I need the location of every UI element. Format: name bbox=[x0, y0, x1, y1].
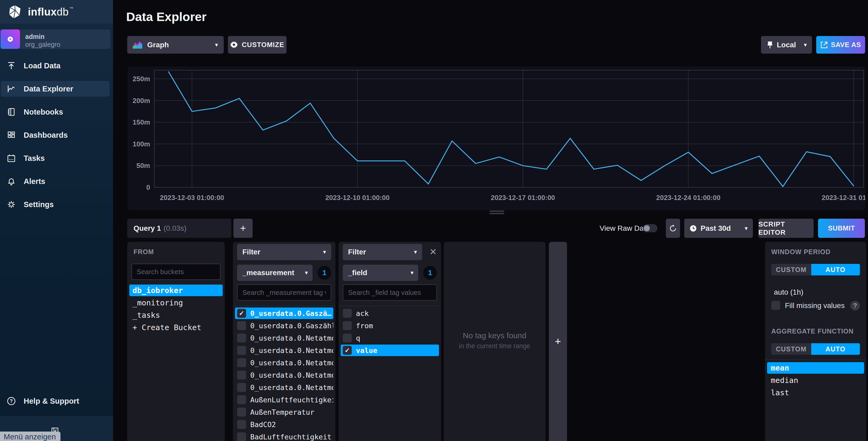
tag-value-label: 0_userdata.0.Netatmo.… bbox=[250, 334, 333, 342]
field-value-row[interactable]: from bbox=[341, 320, 439, 332]
measurement-value-row[interactable]: 0_userdata.0.Netatmo.… bbox=[235, 357, 333, 369]
sidebar-item-label: Settings bbox=[24, 200, 54, 209]
checkbox[interactable] bbox=[237, 432, 246, 441]
help-tooltip-icon[interactable]: ? bbox=[850, 301, 860, 310]
sidebar-item-label: Dashboards bbox=[24, 131, 68, 139]
field-value-row[interactable]: ✓value bbox=[341, 345, 439, 356]
checkbox[interactable] bbox=[237, 358, 246, 367]
custom-tab[interactable]: CUSTOM bbox=[771, 343, 811, 355]
checkbox[interactable] bbox=[343, 309, 352, 318]
checkbox[interactable] bbox=[237, 383, 246, 392]
tag-key-dropdown-field[interactable]: _field ▾ bbox=[343, 265, 418, 281]
aggregate-function-row[interactable]: median bbox=[767, 375, 864, 386]
view-raw-data-toggle[interactable] bbox=[643, 224, 657, 232]
filter-type-dropdown[interactable]: Filter ▾ bbox=[237, 244, 331, 260]
tag-value-label: ack bbox=[356, 309, 369, 317]
nav-highlight bbox=[1, 150, 110, 166]
measurement-value-row[interactable]: ✓0_userdata.0.Gaszä… bbox=[235, 308, 333, 319]
sidebar-item-tasks[interactable]: Tasks bbox=[0, 147, 113, 170]
bucket-list-item[interactable]: + Create Bucket bbox=[129, 322, 223, 333]
measurement-value-row[interactable]: 0_userdata.0.Netatmo.… bbox=[235, 369, 333, 381]
checkbox[interactable] bbox=[237, 420, 246, 429]
time-range-dropdown[interactable]: Past 30d ▾ bbox=[684, 219, 753, 238]
from-bucket-card: FROM db_iobroker_monitoring_tasks+ Creat… bbox=[127, 242, 225, 441]
checkbox[interactable] bbox=[237, 371, 246, 379]
svg-text:150m: 150m bbox=[133, 118, 150, 126]
visualization-type-dropdown[interactable]: Graph ▾ bbox=[127, 36, 224, 54]
sidebar-item-settings[interactable]: Settings bbox=[0, 193, 113, 216]
chevron-down-icon: ▾ bbox=[804, 41, 807, 49]
bucket-list-item[interactable]: db_iobroker bbox=[129, 285, 223, 296]
tag-value-label: AußenTemperatur bbox=[250, 408, 314, 416]
close-icon[interactable]: ✕ bbox=[430, 247, 437, 257]
filter-type-dropdown[interactable]: Filter ▾ bbox=[343, 244, 422, 260]
measurement-value-row[interactable]: BadCO2 bbox=[235, 419, 333, 430]
trademark: ™ bbox=[69, 6, 73, 10]
chevron-down-icon: ▾ bbox=[745, 225, 748, 232]
checkbox[interactable] bbox=[237, 321, 246, 330]
chevron-down-icon: ▾ bbox=[215, 41, 218, 49]
sidebar-item-load-data[interactable]: Load Data bbox=[0, 54, 113, 77]
bucket-name: _tasks bbox=[132, 311, 160, 320]
checkbox[interactable] bbox=[237, 346, 246, 355]
fill-missing-values-checkbox[interactable] bbox=[771, 301, 780, 310]
checkbox-checked[interactable]: ✓ bbox=[237, 309, 246, 318]
measurement-value-row[interactable]: 0_userdata.0.Netatmo.… bbox=[235, 345, 333, 356]
checkbox[interactable] bbox=[343, 321, 352, 330]
measurement-value-row[interactable]: 0_userdata.0.Netatmo.… bbox=[235, 332, 333, 344]
auto-tab[interactable]: AUTO bbox=[811, 343, 860, 355]
measurement-value-row[interactable]: AußenLuftfeuchtigkeit bbox=[235, 394, 333, 406]
measurement-value-row[interactable]: 0_userdata.0.Gaszähle… bbox=[235, 320, 333, 332]
customize-button[interactable]: CUSTOMIZE bbox=[228, 36, 286, 54]
auto-tab[interactable]: AUTO bbox=[811, 264, 860, 276]
logo-band[interactable]: influxdb™ bbox=[0, 0, 113, 24]
measurement-value-row[interactable]: BadLuftfeuchtigkeit bbox=[235, 431, 333, 441]
sidebar-item-label: Alerts bbox=[24, 177, 45, 186]
checkbox[interactable] bbox=[237, 408, 246, 416]
window-aggregate-panel: WINDOW PERIOD CUSTOM AUTO auto (1h) Fill… bbox=[765, 242, 866, 441]
svg-text:2023-12-03 01:00:00: 2023-12-03 01:00:00 bbox=[160, 194, 224, 201]
bucket-list-item[interactable]: _tasks bbox=[129, 309, 223, 321]
measurement-search-input[interactable] bbox=[237, 284, 331, 301]
sidebar-item-notebooks[interactable]: Notebooks bbox=[0, 100, 113, 124]
script-editor-button[interactable]: SCRIPT EDITOR bbox=[758, 219, 814, 238]
aggregate-function-row[interactable]: last bbox=[767, 387, 864, 399]
time-series-chart[interactable]: 050m100m150m200m250m2023-12-03 01:00:002… bbox=[127, 66, 865, 210]
add-filter-card-button[interactable]: + bbox=[549, 242, 567, 441]
checkbox[interactable] bbox=[237, 395, 246, 404]
resize-drag-handle[interactable] bbox=[490, 211, 504, 215]
field-value-row[interactable]: ack bbox=[341, 308, 439, 319]
aggregate-function-row[interactable]: mean bbox=[767, 362, 864, 374]
checkbox-checked[interactable]: ✓ bbox=[343, 346, 352, 355]
bucket-list-item[interactable]: _monitoring bbox=[129, 297, 223, 309]
sidebar-item-alerts[interactable]: Alerts bbox=[0, 170, 113, 193]
user-org-switcher[interactable]: admin org_galegro bbox=[0, 29, 111, 49]
chevron-down-icon: ▾ bbox=[411, 270, 413, 276]
sidebar-item-help-support[interactable]: ? Help & Support bbox=[0, 389, 113, 413]
query-tab[interactable]: Query 1 (0.03s) bbox=[127, 219, 231, 238]
tag-key-dropdown-measurement[interactable]: _measurement ▾ bbox=[237, 265, 313, 281]
bucket-name: + Create Bucket bbox=[132, 323, 202, 332]
add-query-button[interactable]: + bbox=[234, 219, 253, 238]
chevron-down-icon: ▾ bbox=[323, 249, 326, 255]
tag-key-label: _field bbox=[348, 269, 367, 277]
checkbox[interactable] bbox=[237, 334, 246, 342]
custom-tab[interactable]: CUSTOM bbox=[771, 264, 811, 276]
query-duration: (0.03s) bbox=[163, 224, 186, 232]
submit-button[interactable]: SUBMIT bbox=[818, 219, 865, 238]
field-value-row[interactable]: q bbox=[341, 332, 439, 344]
bucket-search-input[interactable] bbox=[131, 263, 221, 280]
sidebar-item-data-explorer[interactable]: Data Explorer bbox=[0, 77, 113, 100]
save-as-button[interactable]: SAVE AS bbox=[816, 36, 865, 54]
local-dropdown[interactable]: Local ▾ bbox=[761, 36, 812, 54]
tag-value-label: 0_userdata.0.Gaszä… bbox=[250, 309, 332, 317]
svg-text:0: 0 bbox=[147, 184, 150, 191]
checkbox[interactable] bbox=[343, 334, 352, 342]
user-name: admin bbox=[25, 33, 45, 40]
field-search-input[interactable] bbox=[343, 284, 437, 301]
measurement-value-row[interactable]: AußenTemperatur bbox=[235, 406, 333, 418]
sidebar-item-dashboards[interactable]: Dashboards bbox=[0, 124, 113, 147]
nav-highlight bbox=[1, 197, 110, 212]
refresh-button[interactable] bbox=[666, 219, 680, 238]
measurement-value-row[interactable]: 0_userdata.0.Netatmo.… bbox=[235, 382, 333, 393]
